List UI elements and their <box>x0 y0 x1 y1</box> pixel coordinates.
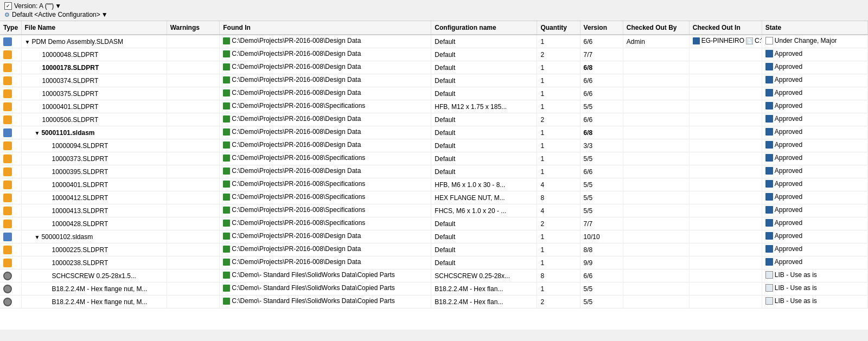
table-row[interactable]: ▼PDM Demo Assembly.SLDASM C:\Demo\Projec… <box>0 35 868 48</box>
filename-cell[interactable]: 10000373.SLDPRT <box>21 152 167 165</box>
filename-cell[interactable]: ▼50001101.sldasm <box>21 126 167 139</box>
config-cell: HEX FLANGE NUT, M... <box>431 191 537 204</box>
table-row[interactable]: B18.2.2.4M - Hex flange nut, M... C:\Dem… <box>0 295 868 308</box>
version-cell: 7/7 <box>580 48 623 61</box>
version-cell: 6/8 <box>580 61 623 74</box>
type-cell <box>0 35 21 48</box>
version-checkbox[interactable]: ✓ <box>4 2 12 10</box>
table-row[interactable]: 10000094.SLDPRT C:\Demo\Projects\PR-2016… <box>0 139 868 152</box>
checkedby-cell <box>623 126 689 139</box>
checkedby-cell <box>623 100 689 113</box>
qty-cell: 1 <box>537 243 580 256</box>
part-icon <box>3 246 12 254</box>
config-dropdown[interactable]: Default <Active Configuration> ▼ <box>12 11 108 18</box>
table-header-row: Type File Name Warnings Found In Configu… <box>0 21 868 35</box>
foundin-cell: C:\Demo\Projects\PR-2016-008\Specificati… <box>220 178 431 191</box>
table-row[interactable]: 10000374.SLDPRT C:\Demo\Projects\PR-2016… <box>0 74 868 87</box>
version-dropdown[interactable]: Version: A ("") ▼ <box>14 2 61 10</box>
col-header-qty[interactable]: Quantity <box>537 21 580 35</box>
table-row[interactable]: 10000412.SLDPRT C:\Demo\Projects\PR-2016… <box>0 191 868 204</box>
table-row[interactable]: 10000178.SLDPRT C:\Demo\Projects\PR-2016… <box>0 61 868 74</box>
col-header-checkedin[interactable]: Checked Out In <box>689 21 762 35</box>
col-header-filename[interactable]: File Name <box>21 21 167 35</box>
table-row[interactable]: 10000395.SLDPRT C:\Demo\Projects\PR-2016… <box>0 165 868 178</box>
expand-icon[interactable]: ▼ <box>35 234 40 240</box>
green-square-icon <box>223 233 230 240</box>
table-row[interactable]: B18.2.2.4M - Hex flange nut, M... C:\Dem… <box>0 282 868 295</box>
green-square-icon <box>223 259 230 266</box>
part-icon <box>3 63 12 72</box>
col-header-warnings[interactable]: Warnings <box>167 21 220 35</box>
qty-cell: 8 <box>537 269 580 282</box>
approved-state-icon <box>765 141 773 149</box>
approved-state-icon <box>765 102 773 110</box>
filename-cell[interactable]: 10000238.SLDPRT <box>21 256 167 269</box>
qty-cell: 1 <box>537 152 580 165</box>
config-cell: Default <box>431 35 537 48</box>
filename-cell[interactable]: B18.2.2.4M - Hex flange nut, M... <box>21 295 167 308</box>
table-row[interactable]: 10000238.SLDPRT C:\Demo\Projects\PR-2016… <box>0 256 868 269</box>
col-header-checkedby[interactable]: Checked Out By <box>623 21 689 35</box>
state-cell: LIB - Use as is <box>762 269 867 282</box>
filename-cell[interactable]: 10000506.SLDPRT <box>21 113 167 126</box>
warnings-cell <box>167 100 220 113</box>
filename-cell[interactable]: ▼50000102.sldasm <box>21 230 167 243</box>
filename-cell[interactable]: 10000375.SLDPRT <box>21 87 167 100</box>
filename-cell[interactable]: 10000428.SLDPRT <box>21 217 167 230</box>
checkedin-cell <box>689 165 762 178</box>
filename-cell[interactable]: 10000094.SLDPRT <box>21 139 167 152</box>
type-cell <box>0 256 21 269</box>
col-header-config[interactable]: Configuration name <box>431 21 537 35</box>
type-cell <box>0 152 21 165</box>
filename-cell[interactable]: 10000374.SLDPRT <box>21 74 167 87</box>
version-cell: 6/6 <box>580 165 623 178</box>
lib-icon <box>3 298 12 306</box>
table-row[interactable]: 10000373.SLDPRT C:\Demo\Projects\PR-2016… <box>0 152 868 165</box>
table-row[interactable]: 10000401.SLDPRT C:\Demo\Projects\PR-2016… <box>0 178 868 191</box>
table-row[interactable]: 10000225.SLDPRT C:\Demo\Projects\PR-2016… <box>0 243 868 256</box>
config-cell: FHCS, M6 x 1.0 x 20 - ... <box>431 204 537 217</box>
lib-state-icon <box>765 284 773 292</box>
type-cell <box>0 282 21 295</box>
table-row[interactable]: 10000048.SLDPRT C:\Demo\Projects\PR-2016… <box>0 48 868 61</box>
filename-cell[interactable]: 10000225.SLDPRT <box>21 243 167 256</box>
col-header-foundin[interactable]: Found In <box>220 21 431 35</box>
expand-icon[interactable]: ▼ <box>35 130 40 136</box>
filename-cell[interactable]: 10000178.SLDPRT <box>21 61 167 74</box>
qty-cell: 2 <box>537 295 580 308</box>
filename-cell[interactable]: ▼PDM Demo Assembly.SLDASM <box>21 35 167 48</box>
green-square-icon <box>223 89 230 96</box>
table-row[interactable]: 10000428.SLDPRT C:\Demo\Projects\PR-2016… <box>0 217 868 230</box>
table-row[interactable]: ▼50000102.sldasm C:\Demo\Projects\PR-201… <box>0 230 868 243</box>
filename-cell[interactable]: 10000412.SLDPRT <box>21 191 167 204</box>
green-square-icon <box>223 141 230 149</box>
approved-state-icon <box>765 154 773 162</box>
col-header-state[interactable]: State <box>762 21 867 35</box>
top-bar: ✓ Version: A ("") ▼ ⚙ Default <Active Co… <box>0 0 868 21</box>
filename-cell[interactable]: B18.2.2.4M - Hex flange nut, M... <box>21 282 167 295</box>
expand-icon[interactable]: ▼ <box>25 39 30 45</box>
table-row[interactable]: 10000401.SLDPRT C:\Demo\Projects\PR-2016… <box>0 100 868 113</box>
checkedby-cell <box>623 217 689 230</box>
filename-cell[interactable]: 10000395.SLDPRT <box>21 165 167 178</box>
green-square-icon <box>223 37 230 44</box>
warnings-cell <box>167 191 220 204</box>
approved-state-icon <box>765 167 773 175</box>
table-row[interactable]: 10000413.SLDPRT C:\Demo\Projects\PR-2016… <box>0 204 868 217</box>
table-row[interactable]: 10000506.SLDPRT C:\Demo\Projects\PR-2016… <box>0 113 868 126</box>
filename-cell[interactable]: SCHCSCREW 0.25-28x1.5... <box>21 269 167 282</box>
approved-state-icon <box>765 89 773 96</box>
filename-cell[interactable]: 10000048.SLDPRT <box>21 48 167 61</box>
table-row[interactable]: ▼50001101.sldasm C:\Demo\Projects\PR-201… <box>0 126 868 139</box>
checkedin-cell <box>689 126 762 139</box>
table-row[interactable]: 10000375.SLDPRT C:\Demo\Projects\PR-2016… <box>0 87 868 100</box>
checkedin-cell <box>689 269 762 282</box>
filename-cell[interactable]: 10000401.SLDPRT <box>21 178 167 191</box>
table-row[interactable]: SCHCSCREW 0.25-28x1.5... C:\Demo\- Stand… <box>0 269 868 282</box>
filename-cell[interactable]: 10000413.SLDPRT <box>21 204 167 217</box>
version-cell: 6/8 <box>580 126 623 139</box>
part-icon <box>3 259 12 267</box>
filename-cell[interactable]: 10000401.SLDPRT <box>21 100 167 113</box>
col-header-version[interactable]: Version <box>580 21 623 35</box>
checkedby-cell <box>623 295 689 308</box>
